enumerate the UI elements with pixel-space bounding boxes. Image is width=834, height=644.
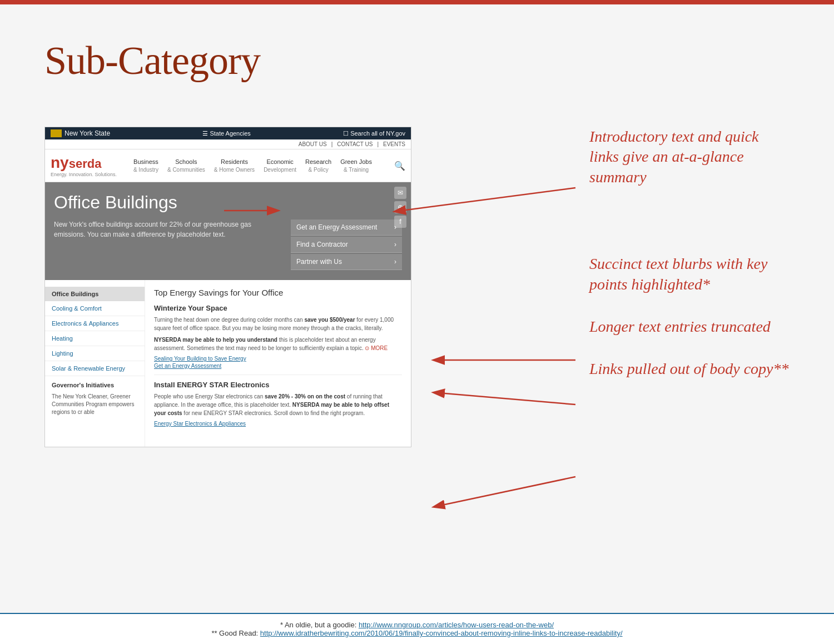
article-2-title: Install ENERGY STAR Electronics: [154, 381, 402, 389]
nav-economic[interactable]: EconomicDevelopment: [264, 158, 296, 173]
svg-line-4: [445, 477, 575, 505]
article-divider: [154, 375, 402, 375]
about-link[interactable]: ABOUT US: [299, 141, 327, 147]
hero-link-assessment[interactable]: Get an Energy Assessment ›: [291, 219, 402, 236]
annotation-2: Succinct text blurbs with key points hig…: [589, 254, 790, 294]
hero-content: New York's office buildings account for …: [54, 219, 402, 270]
email-icon[interactable]: ✉: [394, 187, 406, 199]
page-title: Sub-Category: [44, 38, 790, 84]
ny-state-text: New York State: [64, 129, 110, 137]
content-section-title: Top Energy Savings for Your Office: [154, 288, 402, 297]
ny-state-label: New York State: [51, 129, 110, 137]
nyserda-logo: nyserda Energy. Innovation. Solutions.: [51, 154, 117, 177]
article-1-title: Winterize Your Space: [154, 304, 402, 312]
sidebar-item-solar[interactable]: Solar & Renewable Energy: [45, 361, 145, 376]
sidebar-item-lighting[interactable]: Lighting: [45, 346, 145, 361]
hero-title: Office Buildings: [54, 192, 402, 213]
hero-body-text: New York's office buildings account for …: [54, 219, 280, 270]
annotation-4: Links pulled out of body copy**: [589, 359, 790, 379]
ny-top-bar: New York State ☰ State Agencies ☐ Search…: [45, 127, 411, 139]
nav-residents[interactable]: Residents& Home Owners: [214, 158, 255, 173]
events-link[interactable]: EVENTS: [383, 141, 405, 147]
slide-container: Sub-Category New York State ☰ State Agen…: [0, 4, 834, 644]
hero-quick-links: Get an Energy Assessment › Find a Contra…: [291, 219, 402, 270]
sidebar: Office Buildings Cooling & Comfort Elect…: [45, 280, 145, 447]
sidebar-governors-text: The New York Cleaner, Greener Communitie…: [45, 391, 145, 418]
search-icon[interactable]: 🔍: [394, 161, 405, 171]
footnote-1: * An oldie, but a goodie: http://www.nng…: [11, 621, 823, 629]
article-1-extended: NYSERDA may be able to help you understa…: [154, 336, 402, 352]
nav-items: Business& Industry Schools& Communities …: [133, 158, 372, 173]
contact-link[interactable]: CONTACT US: [337, 141, 373, 147]
article-2-link-1[interactable]: Energy Star Electronics & Appliances: [154, 421, 402, 427]
nav-business[interactable]: Business& Industry: [133, 158, 158, 173]
logo-tagline: Energy. Innovation. Solutions.: [51, 172, 117, 177]
footnote-1-link[interactable]: http://www.nngroup.com/articles/how-user…: [359, 621, 554, 629]
footnote-2-link[interactable]: http://www.idratherbewriting.com/2010/06…: [260, 629, 623, 637]
facebook-icon[interactable]: f: [394, 216, 406, 228]
website-mockup: New York State ☰ State Agencies ☐ Search…: [44, 127, 411, 447]
nav-research[interactable]: Research& Policy: [305, 158, 331, 173]
annotation-3: Longer text entries truncated: [589, 317, 790, 337]
sidebar-item-electronics[interactable]: Electronics & Appliances: [45, 316, 145, 331]
footnote-2: ** Good Read: http://www.idratherbewriti…: [11, 629, 823, 637]
hero-link-partner[interactable]: Partner with Us ›: [291, 254, 402, 270]
svg-line-1: [406, 188, 575, 210]
hero-link-contractor[interactable]: Find a Contractor ›: [291, 237, 402, 253]
main-content-area: Top Energy Savings for Your Office Winte…: [145, 280, 411, 447]
hero-section: ✉ ⊕ f Office Buildings New York's office…: [45, 182, 411, 280]
sidebar-governors-title: Governor's Initiatives: [45, 376, 145, 391]
secondary-nav: ABOUT US | CONTACT US | EVENTS: [45, 139, 411, 149]
footer: * An oldie, but a goodie: http://www.nng…: [0, 613, 834, 644]
sidebar-item-cooling[interactable]: Cooling & Comfort: [45, 301, 145, 316]
main-nav: nyserda Energy. Innovation. Solutions. B…: [45, 149, 411, 182]
svg-line-3: [445, 393, 575, 405]
search-all-label: ☐ Search all of NY.gov: [343, 130, 405, 137]
article-1-link-2[interactable]: Get an Energy Assessment: [154, 363, 402, 369]
annotation-area: Introductory text and quick links give a…: [589, 127, 790, 380]
state-agencies-label: ☰ State Agencies: [202, 130, 250, 137]
annotation-1: Introductory text and quick links give a…: [589, 127, 790, 187]
nav-green-jobs[interactable]: Green Jobs& Training: [340, 158, 372, 173]
sidebar-item-office-buildings[interactable]: Office Buildings: [45, 287, 145, 301]
article-1-body: Turning the heat down one degree during …: [154, 316, 402, 332]
article-2-body: People who use Energy Star electronics c…: [154, 392, 402, 417]
more-link-1[interactable]: ⊙ MORE: [365, 345, 388, 351]
share-icon[interactable]: ⊕: [394, 201, 406, 213]
content-section: Office Buildings Cooling & Comfort Elect…: [45, 280, 411, 447]
social-icons: ✉ ⊕ f: [394, 187, 406, 228]
nav-schools[interactable]: Schools& Communities: [167, 158, 205, 173]
top-accent-bar: [0, 0, 834, 4]
article-1-link-1[interactable]: Sealing Your Building to Save Energy: [154, 356, 402, 362]
ny-flag-icon: [51, 129, 62, 137]
sidebar-item-heating[interactable]: Heating: [45, 331, 145, 346]
